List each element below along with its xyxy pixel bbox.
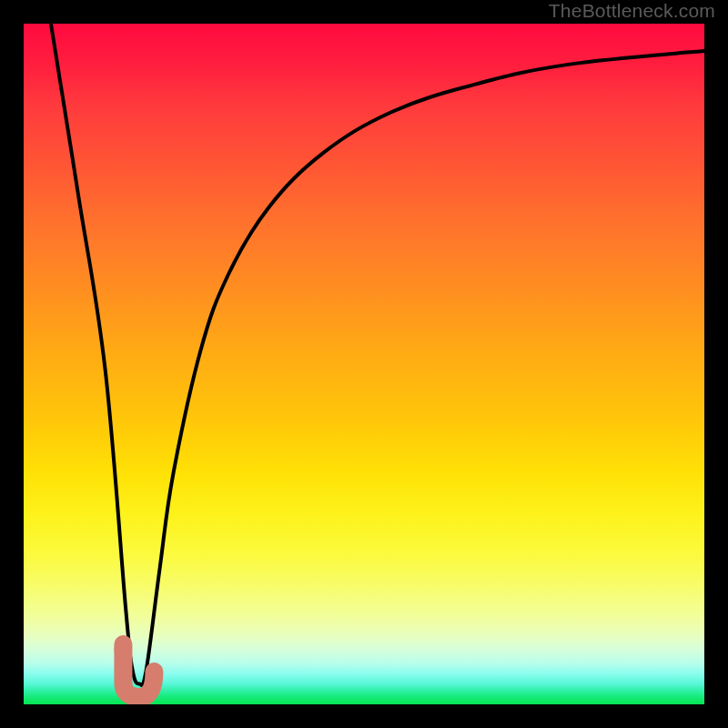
plot-area — [24, 24, 704, 704]
chart-svg — [24, 24, 704, 704]
bottleneck-curve — [51, 24, 704, 685]
watermark-text: TheBottleneck.com — [549, 0, 715, 22]
j-marker-dot-icon — [114, 642, 130, 658]
chart-frame: TheBottleneck.com — [0, 0, 728, 728]
